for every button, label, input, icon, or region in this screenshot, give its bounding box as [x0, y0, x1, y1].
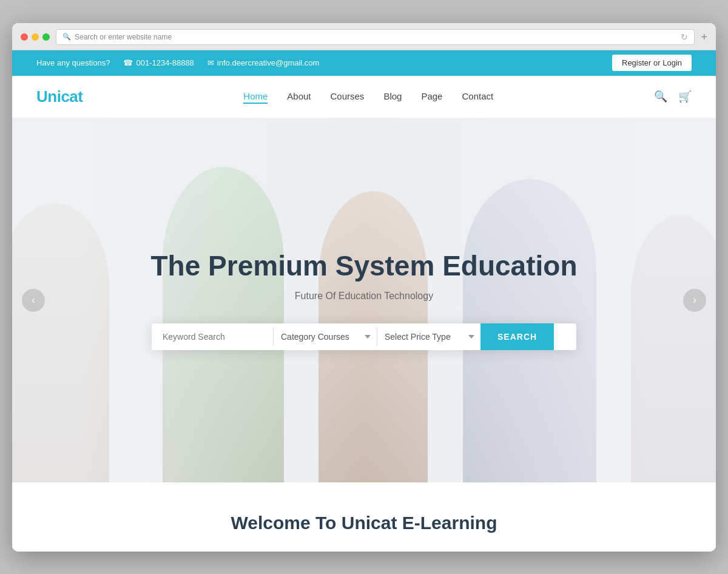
keyword-search-input[interactable] — [152, 323, 273, 350]
logo-cat: cat — [61, 87, 83, 106]
cart-icon[interactable]: 🛒 — [678, 90, 692, 103]
nav-link-about[interactable]: About — [287, 91, 311, 101]
browser-chrome: 🔍 Search or enter website name ↻ + — [12, 23, 716, 50]
nav-link-page[interactable]: Page — [421, 91, 442, 101]
topbar-phone: ☎ 001-1234-88888 — [123, 58, 194, 67]
prev-arrow-button[interactable]: ‹ — [22, 289, 45, 312]
topbar-left: Have any questions? ☎ 001-1234-88888 ✉ i… — [36, 58, 319, 67]
nav-link-contact[interactable]: Contact — [462, 91, 493, 101]
topbar-question: Have any questions? — [36, 58, 110, 67]
browser-dots — [21, 33, 50, 41]
nav-link-home[interactable]: Home — [243, 91, 268, 104]
logo[interactable]: Unicat — [36, 87, 83, 106]
nav-icons: 🔍 🛒 — [654, 90, 692, 103]
nav-link-courses[interactable]: Courses — [331, 91, 365, 101]
nav-item-blog[interactable]: Blog — [383, 91, 402, 102]
navbar: Unicat Home About Courses Blog Page Cont… — [12, 76, 716, 118]
nav-item-contact[interactable]: Contact — [462, 91, 493, 102]
topbar: Have any questions? ☎ 001-1234-88888 ✉ i… — [12, 50, 716, 76]
nav-item-page[interactable]: Page — [421, 91, 442, 102]
reload-icon[interactable]: ↻ — [681, 32, 688, 42]
new-tab-button[interactable]: + — [701, 32, 707, 42]
price-type-select[interactable]: Select Price Type Free Paid Premium — [377, 323, 480, 350]
address-bar[interactable]: 🔍 Search or enter website name ↻ — [56, 29, 695, 45]
logo-uni: Uni — [36, 87, 61, 106]
phone-number: 001-1234-88888 — [136, 58, 194, 67]
email-address: info.deercreative@gmail.com — [217, 58, 320, 67]
search-icon[interactable]: 🔍 — [654, 90, 667, 103]
next-arrow-button[interactable]: › — [683, 289, 706, 312]
register-login-button[interactable]: Register or Login — [612, 55, 692, 71]
welcome-section: Welcome To Unicat E-Learning — [12, 482, 716, 552]
category-select[interactable]: Category Courses Web Development Design … — [274, 323, 377, 350]
nav-item-courses[interactable]: Courses — [331, 91, 365, 102]
hero-search-bar: Category Courses Web Development Design … — [152, 323, 576, 350]
browser-window: 🔍 Search or enter website name ↻ + Have … — [12, 23, 716, 552]
hero-title: The Premium System Education — [151, 250, 578, 282]
nav-links: Home About Courses Blog Page Contact — [243, 91, 493, 102]
nav-item-about[interactable]: About — [287, 91, 311, 102]
search-button[interactable]: SEARCH — [480, 323, 554, 350]
hero-content: The Premium System Education Future Of E… — [139, 250, 590, 350]
maximize-dot[interactable] — [42, 33, 50, 41]
minimize-dot[interactable] — [32, 33, 39, 41]
email-icon: ✉ — [207, 58, 214, 67]
search-icon: 🔍 — [62, 33, 71, 41]
nav-link-blog[interactable]: Blog — [383, 91, 402, 101]
topbar-email: ✉ info.deercreative@gmail.com — [207, 58, 320, 67]
hero-subtitle: Future Of Education Technology — [151, 291, 578, 302]
phone-icon: ☎ — [123, 58, 133, 67]
address-placeholder: Search or enter website name — [75, 33, 172, 41]
hero-section: ‹ › The Premium System Education Future … — [12, 118, 716, 482]
close-dot[interactable] — [21, 33, 28, 41]
welcome-title: Welcome To Unicat E-Learning — [36, 513, 692, 533]
nav-item-home[interactable]: Home — [243, 91, 268, 102]
